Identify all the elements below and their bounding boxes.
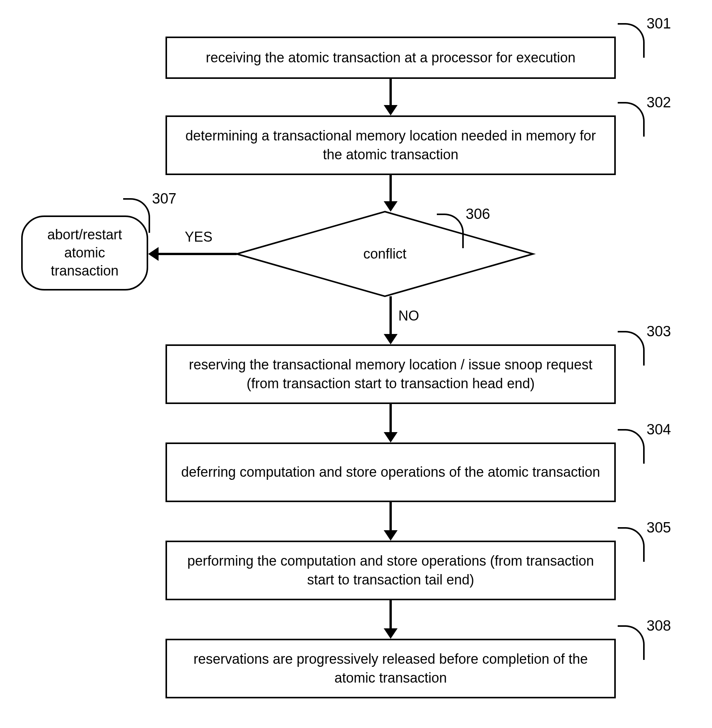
process-box-308: reservations are progressively released …	[165, 639, 616, 698]
ref-label-304: 304	[647, 421, 671, 438]
arrow-303-304	[379, 404, 402, 444]
process-box-302: determining a transactional memory locat…	[165, 115, 616, 175]
process-box-303: reserving the transactional memory locat…	[165, 344, 616, 404]
ref-curve-308	[618, 625, 645, 660]
process-text: reservations are progressively released …	[179, 650, 603, 687]
arrow-305-308	[379, 600, 402, 641]
process-text: receiving the atomic transaction at a pr…	[206, 48, 576, 67]
terminator-text: abort/restart atomic transaction	[30, 226, 139, 280]
ref-label-306: 306	[466, 206, 490, 222]
svg-marker-8	[384, 334, 398, 344]
ref-curve-304	[618, 429, 645, 464]
edge-label-no: NO	[398, 308, 419, 324]
svg-marker-14	[384, 628, 398, 639]
process-text: determining a transactional memory locat…	[179, 127, 603, 164]
process-text: performing the computation and store ope…	[179, 552, 603, 589]
arrow-302-306	[379, 175, 402, 214]
edge-label-yes: YES	[185, 229, 212, 245]
ref-curve-302	[618, 102, 645, 137]
svg-marker-4	[384, 201, 398, 212]
ref-curve-301	[618, 23, 645, 58]
ref-label-302: 302	[647, 94, 671, 111]
arrow-304-305	[379, 502, 402, 543]
process-box-301: receiving the atomic transaction at a pr…	[165, 37, 616, 79]
decision-text: conflict	[235, 210, 535, 298]
arrow-301-302	[379, 79, 402, 117]
ref-label-303: 303	[647, 323, 671, 340]
ref-curve-305	[618, 527, 645, 562]
process-text: deferring computation and store operatio…	[181, 463, 600, 482]
arrow-306-307	[148, 242, 239, 265]
decision-label: conflict	[363, 246, 406, 262]
svg-marker-6	[148, 247, 159, 261]
svg-marker-2	[384, 105, 398, 115]
ref-curve-307	[123, 198, 150, 233]
ref-curve-303	[618, 331, 645, 366]
process-text: reserving the transactional memory locat…	[179, 356, 603, 393]
svg-marker-12	[384, 530, 398, 541]
ref-label-308: 308	[647, 618, 671, 634]
ref-label-301: 301	[647, 15, 671, 32]
ref-label-307: 307	[152, 190, 176, 207]
process-box-305: performing the computation and store ope…	[165, 541, 616, 600]
svg-marker-10	[384, 432, 398, 442]
ref-label-305: 305	[647, 519, 671, 536]
process-box-304: deferring computation and store operatio…	[165, 442, 616, 502]
